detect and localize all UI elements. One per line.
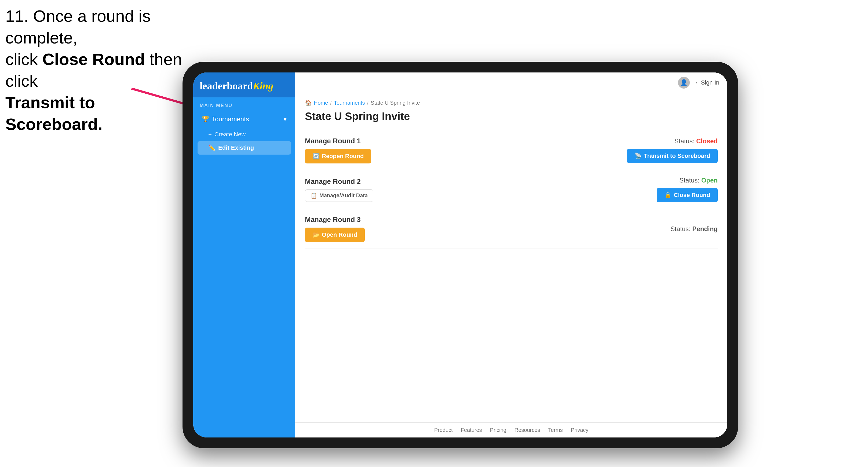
footer-pricing[interactable]: Pricing xyxy=(490,427,506,433)
sidebar-subitems: + Create New ✏️ Edit Existing xyxy=(197,127,291,156)
footer-product[interactable]: Product xyxy=(434,427,453,433)
sidebar-logo: leaderboardKing xyxy=(193,72,295,97)
tablet-screen: leaderboardKing MAIN MENU 🏆 Tournaments … xyxy=(193,72,727,437)
avatar: 👤 xyxy=(678,77,690,89)
chevron-down-icon: ▾ xyxy=(283,116,287,123)
round-3-status-value: Pending xyxy=(692,225,718,232)
round-1-section: Manage Round 1 🔄 Reopen Round Status: Cl… xyxy=(305,130,718,170)
open-round-button[interactable]: 📂 Open Round xyxy=(305,227,365,242)
footer-terms[interactable]: Terms xyxy=(548,427,563,433)
round-3-right: Status: Pending xyxy=(671,225,718,233)
footer-resources[interactable]: Resources xyxy=(515,427,540,433)
breadcrumb-tournaments[interactable]: Tournaments xyxy=(334,100,365,106)
transmit-to-scoreboard-label: Transmit to Scoreboard xyxy=(644,152,710,159)
sign-in-label: Sign In xyxy=(701,79,720,86)
manage-audit-label: Manage/Audit Data xyxy=(319,192,368,198)
edit-existing-label: Edit Existing xyxy=(218,145,254,151)
breadcrumb-sep2: / xyxy=(367,100,369,106)
edit-icon: ✏️ xyxy=(208,145,216,151)
round-3-title: Manage Round 3 xyxy=(305,216,365,224)
round-2-right: Status: Open 🔒 Close Round xyxy=(657,177,718,203)
sidebar-main-menu: MAIN MENU 🏆 Tournaments ▾ + Create New ✏… xyxy=(193,97,295,158)
logo-king: King xyxy=(253,80,273,92)
breadcrumb-current: State U Spring Invite xyxy=(371,100,420,106)
round-2-status: Status: Open xyxy=(679,177,718,184)
main-menu-label: MAIN MENU xyxy=(197,103,291,108)
create-new-label: Create New xyxy=(214,131,246,138)
instruction-line1: 11. Once a round is complete, xyxy=(5,7,151,47)
round-2-section: Manage Round 2 📋 Manage/Audit Data Statu… xyxy=(305,170,718,209)
breadcrumb-home[interactable]: Home xyxy=(314,100,328,106)
reopen-round-button[interactable]: 🔄 Reopen Round xyxy=(305,149,371,163)
round-1-left: Manage Round 1 🔄 Reopen Round xyxy=(305,137,371,163)
logo-leaderboard: leaderboard xyxy=(200,80,253,92)
open-icon: 📂 xyxy=(312,231,320,238)
tablet-device: leaderboardKing MAIN MENU 🏆 Tournaments … xyxy=(183,62,738,448)
open-round-label: Open Round xyxy=(322,231,357,238)
round-1-title: Manage Round 1 xyxy=(305,137,371,145)
footer-privacy[interactable]: Privacy xyxy=(571,427,589,433)
round-2-status-value: Open xyxy=(701,177,718,184)
sidebar: leaderboardKing MAIN MENU 🏆 Tournaments … xyxy=(193,72,295,437)
footer-features[interactable]: Features xyxy=(461,427,482,433)
sidebar-subitem-edit-existing[interactable]: ✏️ Edit Existing xyxy=(197,141,291,155)
tournaments-label: Tournaments xyxy=(212,116,249,123)
home-icon: 🏠 xyxy=(305,100,312,106)
lock-icon: 🔒 xyxy=(664,192,672,198)
instruction-bold1: Close Round xyxy=(42,50,145,68)
logo: leaderboardKing xyxy=(200,80,289,92)
breadcrumb: 🏠 Home / Tournaments / State U Spring In… xyxy=(305,100,718,106)
sign-in-area[interactable]: 👤 → Sign In xyxy=(678,77,720,89)
close-round-button[interactable]: 🔒 Close Round xyxy=(657,188,718,203)
reopen-round-label: Reopen Round xyxy=(322,153,364,160)
round-3-left: Manage Round 3 📂 Open Round xyxy=(305,216,365,242)
plus-icon: + xyxy=(208,131,212,138)
round-3-section: Manage Round 3 📂 Open Round Status: Pend… xyxy=(305,209,718,249)
reopen-icon: 🔄 xyxy=(312,153,320,160)
footer: Product Features Pricing Resources Terms… xyxy=(295,423,727,437)
sidebar-item-tournaments[interactable]: 🏆 Tournaments ▾ xyxy=(197,112,291,127)
manage-audit-data-button[interactable]: 📋 Manage/Audit Data xyxy=(305,189,373,202)
page-content: 🏠 Home / Tournaments / State U Spring In… xyxy=(295,93,727,423)
round-2-title: Manage Round 2 xyxy=(305,178,373,186)
main-content: 👤 → Sign In 🏠 Home / Tournaments / State… xyxy=(295,72,727,437)
round-1-status: Status: Closed xyxy=(675,137,718,145)
close-round-label: Close Round xyxy=(674,192,710,198)
page-title: State U Spring Invite xyxy=(305,110,718,122)
arrow-right-icon: → xyxy=(692,79,699,86)
breadcrumb-sep1: / xyxy=(330,100,332,106)
transmit-to-scoreboard-button[interactable]: 📡 Transmit to Scoreboard xyxy=(627,149,718,163)
trophy-icon: 🏆 xyxy=(202,116,209,123)
instruction-block: 11. Once a round is complete, click Clos… xyxy=(5,5,193,135)
transmit-icon: 📡 xyxy=(634,152,642,159)
instruction-line2: click xyxy=(5,50,42,68)
instruction-bold2: Transmit to Scoreboard. xyxy=(5,93,102,133)
top-bar: 👤 → Sign In xyxy=(295,72,727,93)
round-2-left: Manage Round 2 📋 Manage/Audit Data xyxy=(305,178,373,202)
round-1-right: Status: Closed 📡 Transmit to Scoreboard xyxy=(627,137,718,163)
sidebar-subitem-create-new[interactable]: + Create New xyxy=(197,128,291,141)
round-1-status-value: Closed xyxy=(696,137,718,145)
round-3-status: Status: Pending xyxy=(671,225,718,233)
audit-icon: 📋 xyxy=(311,192,317,199)
